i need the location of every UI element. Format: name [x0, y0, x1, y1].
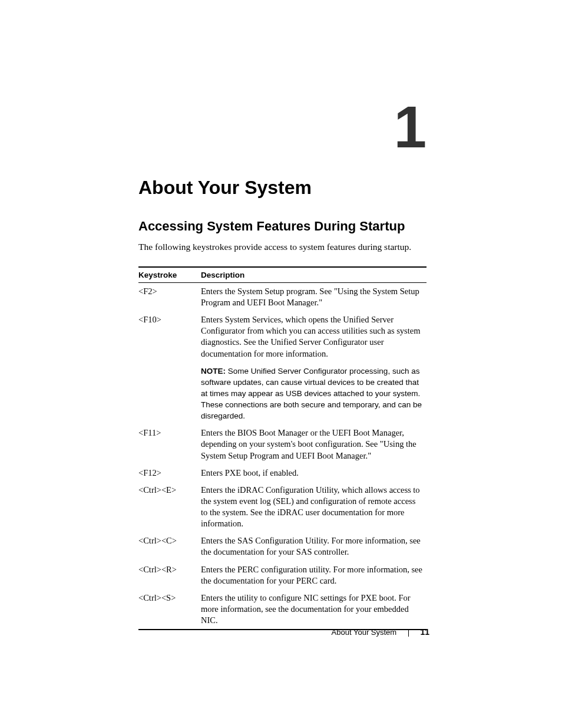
note-label: NOTE:	[201, 367, 226, 375]
description-cell: Enters the System Setup program. See "Us…	[201, 282, 427, 311]
chapter-number: 1	[394, 100, 427, 153]
keystroke-table: Keystroke Description <F2> Enters the Sy…	[138, 266, 427, 630]
description-cell: Enters the PERC configuration utility. F…	[201, 561, 427, 589]
heading-accessing-features: Accessing System Features During Startup	[138, 219, 427, 234]
description-cell: Enters PXE boot, if enabled.	[201, 465, 427, 482]
table-row: <Ctrl><E> Enters the iDRAC Configuration…	[138, 482, 427, 533]
intro-paragraph: The following keystrokes provide access …	[138, 241, 427, 253]
keystroke-cell: <Ctrl><R>	[138, 561, 201, 589]
table-row: <F12> Enters PXE boot, if enabled.	[138, 465, 427, 482]
description-cell: Enters the BIOS Boot Manager or the UEFI…	[201, 424, 427, 464]
keystroke-cell: <F10>	[138, 311, 201, 363]
note-text: Some Unified Server Configurator process…	[201, 367, 422, 421]
description-cell-note: NOTE: Some Unified Server Configurator p…	[201, 363, 427, 425]
footer-divider	[408, 630, 409, 637]
keystroke-cell: <F12>	[138, 465, 201, 482]
footer-section-name: About Your System	[332, 628, 397, 637]
keystroke-cell: <F11>	[138, 424, 201, 464]
description-cell: Enters the SAS Configuration Utility. Fo…	[201, 532, 427, 561]
heading-about-your-system: About Your System	[138, 177, 427, 199]
keystroke-cell	[138, 363, 201, 425]
table-row: <F11> Enters the BIOS Boot Manager or th…	[138, 424, 427, 464]
table-row: <F10> Enters System Services, which open…	[138, 311, 427, 363]
table-row: <F2> Enters the System Setup program. Se…	[138, 282, 427, 311]
keystroke-cell: <Ctrl><S>	[138, 589, 201, 630]
table-row: <Ctrl><C> Enters the SAS Configuration U…	[138, 532, 427, 561]
table-header-keystroke: Keystroke	[138, 267, 201, 283]
page: 1 About Your System Accessing System Fea…	[0, 0, 562, 728]
table-row: <Ctrl><S> Enters the utility to configur…	[138, 589, 427, 630]
keystroke-cell: <Ctrl><C>	[138, 532, 201, 561]
keystroke-cell: <F2>	[138, 282, 201, 311]
description-cell: Enters System Services, which opens the …	[201, 311, 427, 363]
table-row: <Ctrl><R> Enters the PERC configuration …	[138, 561, 427, 589]
page-footer: About Your System 11	[332, 627, 429, 637]
description-cell: Enters the utility to configure NIC sett…	[201, 589, 427, 630]
footer-page-number: 11	[420, 627, 429, 637]
description-cell: Enters the iDRAC Configuration Utility, …	[201, 482, 427, 533]
table-header-description: Description	[201, 267, 427, 283]
keystroke-cell: <Ctrl><E>	[138, 482, 201, 533]
table-row: NOTE: Some Unified Server Configurator p…	[138, 363, 427, 425]
